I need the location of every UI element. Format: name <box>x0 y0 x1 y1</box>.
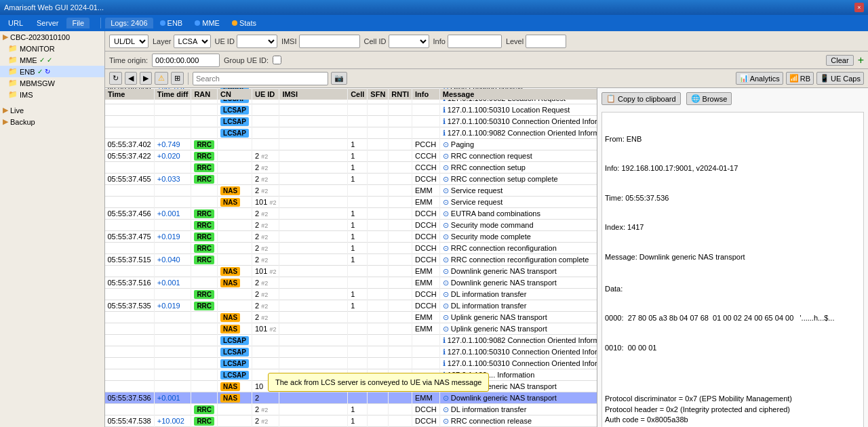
ueid-select[interactable] <box>237 35 277 48</box>
action-bar: ↻ ◀ ▶ ⚠ ⊞ 📷 📊 Analytics 📶 RB 📱 UE Caps <box>105 69 868 88</box>
copy-clipboard-button[interactable]: 📋 Copy to clipboard <box>601 92 681 105</box>
capture-button[interactable]: 📷 <box>331 72 347 85</box>
refresh-button[interactable]: ↻ <box>109 72 122 85</box>
table-row[interactable]: 05:55:37.475 +0.019 RRC 2 #2 1 DCCH ⊙ Se… <box>105 231 597 243</box>
cell-cn <box>218 300 252 312</box>
col-info[interactable]: Info <box>412 88 440 100</box>
cellid-select[interactable] <box>389 35 429 48</box>
cell-ran <box>191 104 218 116</box>
col-rnti[interactable]: RNTI <box>389 88 412 100</box>
cell-info: DCCH <box>412 174 440 185</box>
forward-button[interactable]: ▶ <box>140 72 152 85</box>
time-line: Time: 05:55:37.536 <box>605 193 861 203</box>
table-row[interactable]: LCSAP ℹ 127.0.1.100:50310 Connection Ori… <box>105 116 597 127</box>
search-input[interactable] <box>193 72 328 85</box>
cell-rnti <box>389 220 412 231</box>
col-imsi[interactable]: IMSI <box>279 88 348 100</box>
col-cn[interactable]: CN <box>218 88 252 100</box>
menu-logs[interactable]: Logs: 2406 <box>105 18 153 28</box>
tab-server[interactable]: Server <box>31 18 64 28</box>
sidebar-item-monitor[interactable]: 📁 MONITOR <box>0 43 104 54</box>
close-button[interactable]: × <box>854 3 864 12</box>
table-row[interactable]: NAS 2 #2 EMM ⊙ Uplink generic NAS transp… <box>105 312 597 323</box>
level-input[interactable] <box>526 35 566 48</box>
folder-icon: ▶ <box>3 106 8 115</box>
sidebar-item-mme[interactable]: 📁 MME ✓ ✓ <box>0 54 104 66</box>
sidebar-item-cbc[interactable]: ▶ CBC-2023010100 <box>0 31 104 43</box>
table-row[interactable]: NAS 2 #2 EMM ⊙ Service request <box>105 185 597 197</box>
table-row[interactable]: RRC 2 #2 1 DCCH ⊙ Security mode command <box>105 220 597 231</box>
time-origin-input[interactable] <box>152 54 220 67</box>
table-row[interactable]: NAS 101 #2 EMM ⊙ Service request <box>105 197 597 208</box>
col-ran[interactable]: RAN <box>191 88 218 100</box>
cell-ran: RRC <box>191 162 218 174</box>
table-row[interactable]: LCSAP ℹ 127.0.1.100:50310 Location Reque… <box>105 104 597 116</box>
clear-button[interactable]: Clear <box>826 55 853 66</box>
col-cell[interactable]: Cell <box>348 88 368 100</box>
rb-button[interactable]: 📶 RB <box>786 72 814 85</box>
table-row[interactable]: 05:55:37.422 +0.020 RRC 2 #2 1 CCCH ⊙ RR… <box>105 150 597 162</box>
sidebar-item-backup[interactable]: ▶ Backup <box>0 116 104 127</box>
browse-label: Browse <box>703 95 728 103</box>
menu-stats[interactable]: Stats <box>226 18 262 28</box>
imsi-input[interactable] <box>299 35 360 48</box>
table-row[interactable]: RRC 2 #2 1 DCCH ⊙ DL information transfe… <box>105 289 597 300</box>
table-row[interactable]: 05:55:47.538 +10.002 RRC 2 #2 1 DCCH ⊙ R… <box>105 415 597 427</box>
table-row[interactable]: RRC 2 #2 1 CCCH ⊙ RRC connection setup <box>105 162 597 174</box>
info-input[interactable] <box>448 35 502 48</box>
grid-button[interactable]: ⊞ <box>171 72 184 85</box>
layer-select[interactable]: LCSA <box>174 35 211 48</box>
table-row[interactable]: 05:55:37.535 +0.019 RRC 2 #2 1 DCCH ⊙ DL… <box>105 300 597 312</box>
cell-time: 05:55:37.516 <box>105 277 154 289</box>
warning-button[interactable]: ⚠ <box>155 72 168 85</box>
col-ueid[interactable]: UE ID <box>252 88 279 100</box>
table-row[interactable]: 05:55:37.516 +0.001 NAS 2 #2 EMM ⊙ Downl… <box>105 277 597 289</box>
menu-mme[interactable]: MME <box>189 18 225 28</box>
uldl-select[interactable]: UL/DL <box>109 35 149 48</box>
table-row[interactable]: RRC 2 #2 1 DCCH ⊙ DL information transfe… <box>105 404 597 415</box>
table-row[interactable]: 05:55:37.515 +0.040 RRC 2 #2 1 DCCH ⊙ RR… <box>105 254 597 266</box>
table-row[interactable]: 05:55:37.536 +0.001 NAS 2 EMM ⊙ Downlink… <box>105 392 597 404</box>
cell-timediff <box>154 323 191 335</box>
browse-button[interactable]: 🌐 Browse <box>686 92 732 105</box>
folder-icon: 📁 <box>8 44 18 53</box>
cell-time <box>105 404 154 415</box>
cell-imsi <box>279 231 348 243</box>
table-row[interactable]: LCSAP ℹ 127.0.1.100:9082 Connection Orie… <box>105 335 597 346</box>
table-row[interactable]: 05:55:37.402 +0.749 RRC 1 PCCH ⊙ Paging <box>105 139 597 150</box>
cell-rnti <box>389 116 412 127</box>
cell-info: EMM <box>412 185 440 197</box>
col-time[interactable]: Time <box>105 88 154 100</box>
add-filter-button[interactable]: + <box>858 54 864 66</box>
table-row[interactable]: NAS 101 #2 EMM ⊙ Uplink generic NAS tran… <box>105 323 597 335</box>
col-message[interactable]: Message <box>439 88 597 100</box>
sidebar-item-enb[interactable]: 📁 ENB ✓ ↻ <box>0 66 104 77</box>
cell-sfn <box>368 323 389 335</box>
cell-info: DCCH <box>412 300 440 312</box>
nas-badge: NAS <box>220 198 240 207</box>
table-row[interactable]: NAS 101 #2 EMM ⊙ Downlink generic NAS tr… <box>105 266 597 277</box>
col-timediff[interactable]: Time diff <box>154 88 191 100</box>
sidebar-item-ims[interactable]: 📁 IMS <box>0 89 104 100</box>
table-row[interactable]: 05:55:37.455 +0.033 RRC 2 #2 1 DCCH ⊙ RR… <box>105 174 597 185</box>
back-button[interactable]: ◀ <box>125 72 137 85</box>
analytics-button[interactable]: 📊 Analytics <box>736 72 783 85</box>
cell-message: ℹ 127.0.1.100:50310 Connection Oriented … <box>439 116 597 127</box>
cell-timediff: +0.019 <box>154 231 191 243</box>
sidebar-item-live[interactable]: ▶ Live <box>0 104 104 116</box>
table-row[interactable]: LCSAP ℹ 127.0.1.100:50310 Connection Ori… <box>105 358 597 369</box>
sidebar-item-mbmsgw[interactable]: 📁 MBMSGW <box>0 77 104 89</box>
cell-ran: RRC <box>191 300 218 312</box>
tab-file[interactable]: File <box>66 18 90 28</box>
table-row[interactable]: LCSAP ℹ 127.0.1.100:9082 Connection Orie… <box>105 127 597 139</box>
data-label: Data: <box>605 284 861 294</box>
table-row[interactable]: LCSAP ℹ 127.0.1.100:50310 Connection Ori… <box>105 346 597 358</box>
uecaps-button[interactable]: 📱 UE Caps <box>816 72 864 85</box>
cell-ueid: 101 #2 <box>252 323 279 335</box>
table-row[interactable]: 05:55:37.456 +0.001 RRC 2 #2 1 DCCH ⊙ EU… <box>105 208 597 220</box>
group-ueid-checkbox[interactable] <box>273 56 281 64</box>
table-row[interactable]: RRC 2 #2 1 DCCH ⊙ RRC connection reconfi… <box>105 243 597 254</box>
col-sfn[interactable]: SFN <box>368 88 389 100</box>
menu-enb[interactable]: ENB <box>155 18 189 28</box>
tab-url[interactable]: URL <box>3 18 28 28</box>
